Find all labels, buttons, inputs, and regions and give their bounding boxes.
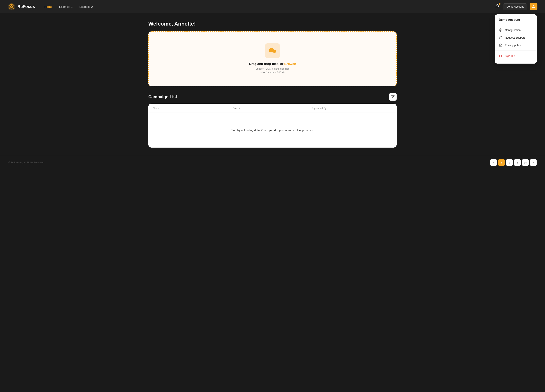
svg-point-4 xyxy=(533,5,534,6)
account-label: Demo Account xyxy=(506,5,524,8)
logo-area: ReFocus xyxy=(8,3,35,11)
notifications-button[interactable] xyxy=(495,3,500,10)
svg-point-3 xyxy=(11,4,12,5)
upload-subtitle2: Max file size is 500 kb xyxy=(260,71,285,74)
page-3-button[interactable]: 3 xyxy=(514,159,521,166)
col-name: Name xyxy=(153,107,233,110)
next-page-button[interactable]: > xyxy=(530,159,537,166)
filter-icon xyxy=(391,95,395,98)
page-1-button[interactable]: 1 xyxy=(498,159,505,166)
footer: © ReFocus AI, All Rights Reserved. < 1 2… xyxy=(0,155,545,170)
privacy-menu-item[interactable]: Privacy policy xyxy=(495,41,537,49)
col-uploaded-by: Uploaded By xyxy=(312,107,392,110)
campaign-table: Name Date ⇅ Uploaded By Start by uploadi… xyxy=(148,104,397,147)
support-menu-item[interactable]: Request Support xyxy=(495,34,537,41)
config-icon xyxy=(499,28,503,32)
nav-example2[interactable]: Example 2 xyxy=(79,5,93,8)
upload-cloud-icon xyxy=(269,47,276,55)
table-header: Name Date ⇅ Uploaded By xyxy=(148,104,397,113)
signout-icon xyxy=(499,54,503,58)
upload-dropzone[interactable]: Drag and drop files, or Browse Support .… xyxy=(148,31,397,86)
col-date: Date ⇅ xyxy=(233,107,312,110)
config-label: Configuration xyxy=(505,29,520,32)
pagination: < 1 2 3 14 > xyxy=(490,159,537,166)
bell-icon xyxy=(495,4,499,8)
campaign-list-title: Campaign List xyxy=(148,94,177,99)
signout-label: Sign Out xyxy=(505,55,515,57)
logo-icon xyxy=(8,3,16,11)
nav-links: Home Example 1 Example 2 xyxy=(44,5,495,8)
notification-badge xyxy=(499,3,501,5)
filter-button[interactable] xyxy=(389,93,397,101)
nav-right: Demo Account xyxy=(495,3,537,10)
support-label: Request Support xyxy=(505,36,525,39)
upload-heading-static: Drag and drop files, or xyxy=(249,62,284,66)
copyright: © ReFocus AI, All Rights Reserved. xyxy=(8,161,44,164)
page-14-button[interactable]: 14 xyxy=(522,159,529,166)
account-button[interactable]: Demo Account xyxy=(503,3,527,10)
user-icon xyxy=(532,5,536,9)
upload-icon-wrap xyxy=(265,43,280,58)
sort-icon[interactable]: ⇅ xyxy=(239,107,240,109)
signout-menu-item[interactable]: Sign Out xyxy=(495,52,537,60)
upload-title: Drag and drop files, or Browse xyxy=(249,62,296,66)
page-title: Welcome, Annette! xyxy=(148,21,397,27)
upload-subtitle1: Support .CSV, xls and xlsx files xyxy=(255,67,289,70)
avatar-button[interactable] xyxy=(530,3,537,10)
nav-home[interactable]: Home xyxy=(44,5,52,8)
nav-example1[interactable]: Example 1 xyxy=(59,5,73,8)
privacy-label: Privacy policy xyxy=(505,44,521,47)
privacy-icon xyxy=(499,43,503,47)
svg-marker-11 xyxy=(391,96,394,98)
campaign-section-header: Campaign List xyxy=(148,93,397,101)
account-dropdown: Demo Account Configuration Request Suppo… xyxy=(495,14,537,64)
browse-link[interactable]: Browse xyxy=(284,62,296,66)
support-icon xyxy=(499,36,503,40)
config-menu-item[interactable]: Configuration xyxy=(495,26,537,34)
main-content: Welcome, Annette! Drag and drop files, o… xyxy=(140,13,405,155)
prev-page-button[interactable]: < xyxy=(490,159,497,166)
svg-point-5 xyxy=(500,30,501,31)
table-empty-message: Start by uploading data. Once you do, yo… xyxy=(148,113,397,147)
page-2-button[interactable]: 2 xyxy=(506,159,513,166)
dropdown-title: Demo Account xyxy=(495,18,537,25)
dropdown-divider xyxy=(495,50,537,51)
navbar: ReFocus Home Example 1 Example 2 Demo Ac… xyxy=(0,0,545,13)
brand-name: ReFocus xyxy=(17,4,35,9)
